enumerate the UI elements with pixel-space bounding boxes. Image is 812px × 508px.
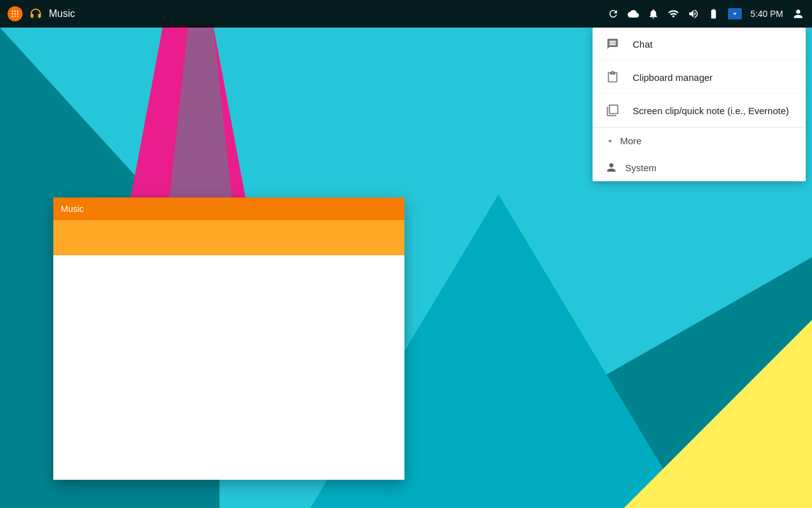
dropdown-panel: Chat Clipboard manager Screen clip/quick… (593, 28, 806, 181)
refresh-icon[interactable] (608, 8, 619, 19)
status-bar-left: Music (8, 6, 608, 21)
clipboard-icon (605, 71, 620, 83)
svg-point-3 (12, 13, 13, 14)
chat-icon (605, 38, 620, 50)
music-window: Music (53, 198, 404, 480)
battery-icon (708, 8, 719, 19)
svg-point-0 (12, 11, 13, 12)
status-bar-right: 5:40 PM (608, 8, 804, 20)
app-title: Music (49, 8, 75, 19)
dropdown-item-screenclip[interactable]: Screen clip/quick note (i.e., Evernote) (593, 94, 806, 127)
bell-icon[interactable] (648, 8, 659, 19)
dropdown-more[interactable]: More (593, 127, 806, 154)
music-window-content (53, 255, 404, 480)
screenclip-icon (605, 104, 620, 117)
chevron-down-icon (605, 136, 615, 146)
app-launcher-icon[interactable] (8, 6, 23, 21)
volume-icon[interactable] (688, 8, 699, 19)
svg-point-5 (17, 13, 18, 14)
dropdown-system[interactable]: System (593, 154, 806, 181)
svg-point-6 (12, 16, 13, 17)
wifi-icon (668, 8, 679, 19)
cloud-icon[interactable] (628, 8, 639, 19)
svg-point-1 (14, 11, 16, 12)
more-label: More (620, 135, 641, 146)
account-icon[interactable] (792, 8, 804, 20)
svg-point-7 (14, 16, 16, 17)
music-window-toolbar (53, 220, 404, 255)
expand-button[interactable] (728, 8, 742, 19)
clipboard-label: Clipboard manager (633, 72, 713, 83)
system-account-icon (605, 161, 618, 174)
chat-label: Chat (633, 39, 653, 50)
screenclip-label: Screen clip/quick note (i.e., Evernote) (633, 105, 789, 116)
music-window-header: Music (53, 198, 404, 220)
svg-point-8 (17, 16, 18, 17)
dropdown-item-clipboard[interactable]: Clipboard manager (593, 61, 806, 94)
dropdown-item-chat[interactable]: Chat (593, 28, 806, 61)
svg-point-4 (14, 13, 16, 14)
time-display: 5:40 PM (751, 9, 783, 19)
status-bar: Music (0, 0, 812, 28)
music-window-title: Music (61, 204, 84, 214)
system-label: System (625, 162, 656, 173)
headphone-icon (29, 7, 43, 21)
svg-point-2 (17, 11, 18, 12)
